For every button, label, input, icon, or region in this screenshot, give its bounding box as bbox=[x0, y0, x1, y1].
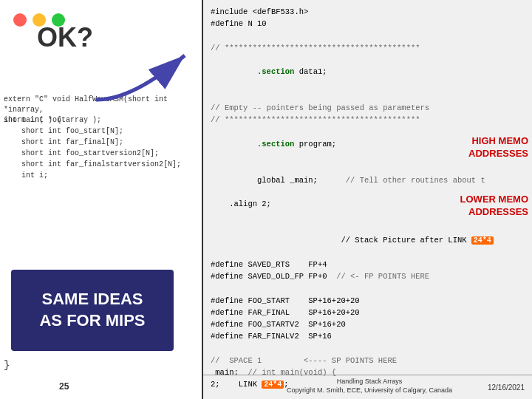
lower-memo-label: LOWER MEMO ADDRESSES bbox=[460, 194, 528, 219]
section-program: .section bbox=[257, 140, 294, 149]
right-panel: #include <defBF533.h> #define N 10 // **… bbox=[203, 0, 532, 399]
code-line-13: #define SAVED_RTS FP+4 bbox=[211, 259, 525, 270]
main-line-2: short int far_final[N]; bbox=[4, 137, 181, 148]
code-line-12: // Stack Picture after LINK 24*4 bbox=[211, 222, 525, 259]
code-line-7: // *************************************… bbox=[211, 114, 525, 126]
bottom-divider bbox=[203, 375, 532, 375]
code-line-2 bbox=[211, 30, 525, 42]
ok-title: OK? bbox=[37, 22, 93, 53]
code-line-9: global _main; // Tell other routines abo… bbox=[211, 162, 525, 198]
code-line-6: // Empty -- pointers being passed as par… bbox=[211, 102, 525, 114]
code-line-17: #define FAR_FINAL SP+16+20+20 bbox=[211, 307, 525, 318]
main-code: int main( ) { short int foo_start[N]; sh… bbox=[0, 115, 181, 181]
left-panel: OK? extern "C" void HalfWaveASM(short in… bbox=[0, 0, 203, 399]
footer-date: 12/16/2021 bbox=[488, 383, 525, 392]
code-line-3: // *************************************… bbox=[211, 42, 525, 54]
code-line-19: #define FAR_FINALV2 SP+16 bbox=[211, 330, 525, 342]
code-line-21: // SPACE 1 <---- SP POINTS HERE bbox=[211, 355, 525, 366]
page-number: 25 bbox=[59, 381, 69, 392]
high-memo-label: HIGH MEMO ADDRESSES bbox=[468, 135, 528, 160]
footer-copy: Copyright M. Smith, ECE, University of C… bbox=[287, 386, 452, 394]
code-line-14: #define SAVED_OLD_FP FP+0 // <- FP POINT… bbox=[211, 270, 525, 282]
footer-right: Handling Stack Arrays Copyright M. Smith… bbox=[207, 377, 532, 395]
main-line-0: int main( ) { bbox=[4, 115, 181, 126]
closing-brace: } bbox=[4, 359, 10, 371]
code-line-20 bbox=[211, 343, 525, 355]
main-line-1: short int foo_start[N]; bbox=[4, 126, 181, 137]
arrow-icon bbox=[89, 41, 214, 107]
main-line-4: short int far_finalstartversion2[N]; bbox=[4, 159, 181, 170]
main-line-3: short int foo_startversion2[N]; bbox=[4, 148, 181, 159]
code-line-16: #define FOO_START SP+16+20+20 bbox=[211, 295, 525, 307]
same-ideas-box: SAME IDEAS AS FOR MIPS bbox=[11, 270, 174, 351]
footer-title: Handling Stack Arrays bbox=[337, 378, 403, 385]
code-line-18: #define FOO_STARTV2 SP+16+20 bbox=[211, 318, 525, 330]
code-line-0: #include <defBF533.h> bbox=[211, 6, 525, 18]
red-circle bbox=[13, 13, 27, 27]
main-line-5: int i; bbox=[4, 170, 181, 181]
code-line-4: .section data1; bbox=[211, 54, 525, 90]
code-line-1: #define N 10 bbox=[211, 18, 525, 30]
section-keyword: .section bbox=[257, 67, 294, 76]
code-line-5 bbox=[211, 90, 525, 102]
link-highlight: 24*4 bbox=[471, 236, 494, 245]
same-ideas-text: SAME IDEAS AS FOR MIPS bbox=[39, 289, 145, 331]
code-line-15 bbox=[211, 282, 525, 294]
